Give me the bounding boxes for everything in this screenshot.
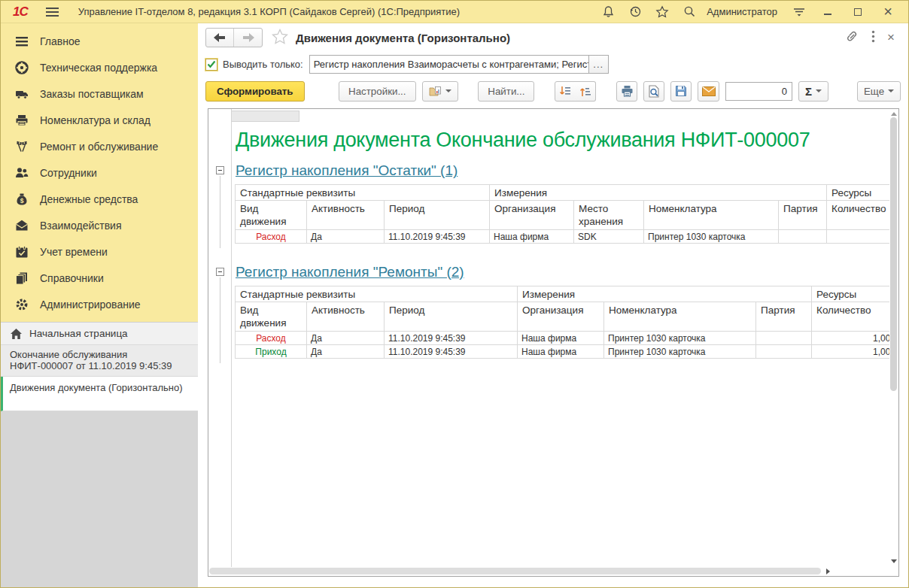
report-variants-button[interactable] — [422, 81, 458, 102]
sidebar-item-tech-support[interactable]: Техническая поддержка — [1, 54, 198, 80]
table-cell — [756, 332, 812, 345]
back-button[interactable] — [206, 29, 234, 47]
send-mail-button[interactable] — [698, 81, 719, 102]
table-cell: Да — [307, 345, 385, 359]
collapse-groups-button[interactable] — [555, 81, 576, 102]
panels-settings-icon[interactable] — [788, 2, 810, 22]
mail-icon — [702, 86, 716, 96]
home-page-button[interactable]: Начальная страница — [1, 322, 198, 345]
current-user[interactable]: Администратор — [707, 6, 777, 17]
table-row[interactable]: РасходДа11.10.2019 9:45:39Наша фирмаSDKП… — [236, 230, 890, 244]
print-button[interactable] — [616, 81, 637, 102]
table-row[interactable]: ПриходДа11.10.2019 9:45:39Наша фирмаПрин… — [236, 345, 890, 359]
svg-text:$: $ — [20, 196, 24, 204]
table-cell: Принтер 1030 карточка — [604, 332, 756, 345]
chevron-down-icon — [445, 89, 451, 92]
close-app-button[interactable]: × — [875, 2, 901, 22]
column-header-cell: Организация — [518, 302, 604, 332]
application-window: 1С Управление IT-отделом 8, редакция 3.1… — [0, 0, 909, 588]
collapse-group-button[interactable] — [216, 166, 224, 174]
find-button[interactable]: Найти... — [478, 81, 534, 102]
group-header-cell: Измерения — [518, 286, 812, 302]
get-link-icon[interactable] — [844, 30, 859, 46]
expand-groups-button[interactable] — [575, 81, 596, 102]
sidebar-item-administration[interactable]: Администрирование — [1, 291, 198, 317]
notifications-bell-icon[interactable] — [597, 2, 619, 22]
forward-button[interactable] — [234, 29, 262, 47]
sidebar-item-references[interactable]: Справочники — [1, 265, 198, 291]
registers-filter-input[interactable]: Регистр накопления Взаиморасчеты с контр… — [309, 55, 589, 74]
vertical-scroll-thumb[interactable] — [890, 117, 897, 391]
main-menu-icon[interactable] — [46, 5, 59, 19]
scroll-up-icon[interactable] — [891, 112, 897, 116]
sidebar-item-nomenclature-warehouse[interactable]: Номенклатура и склад — [1, 107, 198, 133]
titlebar: 1С Управление IT-отделом 8, редакция 3.1… — [1, 1, 908, 23]
counter-input[interactable]: 0 — [725, 82, 792, 101]
settings-button[interactable]: Настройки... — [339, 81, 415, 102]
report-viewport: Движения документа Окончание обслуживани… — [208, 109, 889, 567]
sigma-icon: Σ — [805, 85, 812, 98]
column-header-cell: Активность — [307, 201, 385, 230]
report-section: Регистр накопления "Ремонты" (2)Стандарт… — [235, 264, 889, 359]
column-header-cell: Количество — [827, 201, 889, 230]
table-cell: 1,000 — [812, 332, 889, 345]
collapse-group-button[interactable] — [216, 268, 224, 276]
report-title: Движения документа Окончание обслуживани… — [236, 129, 889, 152]
chevron-down-icon — [888, 89, 894, 92]
generate-button[interactable]: Сформировать — [205, 81, 305, 102]
table-cell: SDK — [574, 230, 644, 244]
report-sections: Регистр накопления "Остатки" (1)Стандарт… — [235, 162, 889, 359]
table-cell: 1,000 — [827, 230, 889, 244]
moneybag-icon: $ — [15, 192, 29, 206]
minimize-button[interactable] — [815, 2, 841, 22]
sidebar-item-repair-service[interactable]: Ремонт и обслуживание — [1, 133, 198, 159]
preview-button[interactable] — [643, 81, 664, 102]
report-content: Движения документа Окончание обслуживани… — [231, 109, 889, 567]
sort-descending-icon — [559, 86, 571, 97]
sidebar-item-interactions[interactable]: Взаимодействия — [1, 212, 198, 238]
close-form-icon[interactable]: × — [887, 30, 895, 45]
save-button[interactable] — [670, 81, 692, 102]
column-header-cell: Организация — [490, 201, 574, 230]
show-only-checkbox[interactable] — [205, 59, 217, 71]
sidebar-item-money[interactable]: $ Денежные средства — [1, 186, 198, 212]
sum-button[interactable]: Σ — [798, 81, 828, 102]
print-icon — [621, 85, 634, 97]
column-header-cell: Период — [385, 201, 490, 230]
form-title: Движения документа (Горизонтально) — [296, 32, 510, 44]
table-cell: Принтер 1030 карточка — [604, 345, 756, 359]
search-icon[interactable] — [678, 2, 701, 22]
group-header-cell: Ресурсы — [827, 185, 889, 201]
group-header-cell: Стандартные реквизиты — [236, 185, 490, 201]
tab-service-completion[interactable]: Окончание обслуживания НФИТ-000007 от 11… — [1, 345, 198, 377]
maximize-button[interactable] — [845, 2, 871, 22]
scroll-right-icon[interactable] — [826, 568, 830, 574]
horizontal-scrollbar[interactable] — [209, 567, 889, 575]
scroll-down-icon[interactable] — [891, 559, 897, 563]
sidebar-item-supplier-orders[interactable]: Заказы поставщикам — [1, 80, 198, 107]
sidebar-item-time-tracking[interactable]: Учет времени — [1, 238, 198, 265]
vertical-scrollbar[interactable] — [889, 110, 898, 566]
register-link[interactable]: Регистр накопления "Остатки" (1) — [236, 162, 458, 179]
horizontal-scroll-thumb[interactable] — [209, 568, 821, 574]
navigation-buttons — [205, 28, 263, 47]
history-icon[interactable] — [624, 2, 646, 22]
favorite-star-icon[interactable] — [272, 29, 288, 47]
sidebar-item-main[interactable]: Главное — [1, 28, 198, 54]
more-menu-icon[interactable] — [871, 30, 875, 45]
column-header-cell: Количество — [812, 302, 889, 332]
show-only-label: Выводить только: — [223, 59, 303, 70]
sidebar-item-employees[interactable]: Сотрудники — [1, 159, 198, 186]
table-row[interactable]: РасходДа11.10.2019 9:45:39Наша фирмаПрин… — [236, 332, 890, 345]
register-link[interactable]: Регистр накопления "Ремонты" (2) — [236, 264, 464, 280]
group-header-cell: Ресурсы — [812, 286, 889, 302]
table-cell: Расход — [236, 332, 307, 345]
report-spreadsheet: Движения документа Окончание обслуживани… — [208, 108, 899, 577]
books-icon — [15, 271, 29, 285]
filter-more-button[interactable]: ... — [589, 55, 609, 74]
favorites-star-icon[interactable] — [651, 2, 673, 22]
tab-document-movements[interactable]: Движения документа (Горизонтально) — [1, 377, 198, 411]
spreadsheet-corner-cell — [232, 111, 299, 122]
column-header-cell: Активность — [307, 302, 385, 332]
more-actions-button[interactable]: Еще — [857, 81, 901, 102]
